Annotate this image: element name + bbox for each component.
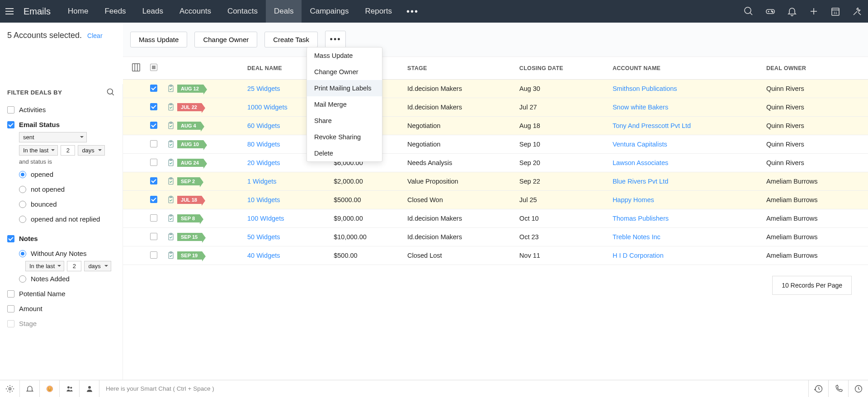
table-row[interactable]: SEP 1550 Widgets$10,000.00Id.decision Ma… (123, 228, 868, 246)
nav-item-reports[interactable]: Reports (357, 0, 400, 23)
radio-icon[interactable] (19, 171, 26, 178)
filter-stage[interactable]: Stage (7, 316, 115, 331)
account-link[interactable]: Thomas Publishers (613, 215, 669, 222)
row-checkbox[interactable] (150, 122, 157, 129)
account-link[interactable]: Treble Notes Inc (613, 233, 660, 241)
nav-overflow-icon[interactable]: ••• (400, 6, 425, 17)
deal-name-link[interactable]: 100 WIdgets (247, 215, 284, 222)
clock-arrow-icon[interactable] (808, 380, 828, 397)
row-checkbox[interactable] (150, 140, 157, 147)
col-closing-date[interactable]: CLOSING DATE (515, 57, 608, 80)
checkbox-icon[interactable] (7, 290, 14, 298)
row-checkbox[interactable] (150, 159, 157, 166)
tools-icon[interactable] (852, 6, 863, 17)
table-row[interactable]: SEP 1940 Widgets$500.00Closed LostNov 11… (123, 246, 868, 265)
emoji-icon[interactable] (40, 380, 60, 397)
filter-activities[interactable]: Activities (7, 102, 115, 117)
menu-item-change-owner[interactable]: Change Owner (307, 64, 382, 80)
records-per-page[interactable]: 10 Records Per Page (772, 276, 852, 295)
radio-opened[interactable]: opened (7, 167, 115, 182)
account-link[interactable]: Blue Rivers Pvt Ltd (613, 178, 668, 185)
nav-item-home[interactable]: Home (60, 0, 96, 23)
menu-item-print-mailing-labels[interactable]: Print Mailing Labels (307, 80, 382, 96)
row-checkbox[interactable] (150, 251, 157, 259)
unit-select[interactable]: days (78, 145, 105, 156)
sent-select[interactable]: sent (19, 132, 87, 142)
filter-search-icon[interactable] (106, 88, 115, 97)
phone-icon[interactable] (828, 380, 848, 397)
row-checkbox[interactable] (150, 196, 157, 203)
menu-item-revoke-sharing[interactable]: Revoke Sharing (307, 129, 382, 145)
notes-period-value[interactable]: 2 (67, 261, 81, 271)
radio-icon[interactable] (19, 250, 26, 257)
checkbox-icon[interactable] (7, 305, 14, 312)
menu-item-mail-merge[interactable]: Mail Merge (307, 96, 382, 113)
deal-name-link[interactable]: 1000 Widgets (247, 104, 288, 111)
checkbox-icon[interactable] (7, 235, 14, 242)
filter-email-status[interactable]: Email Status (7, 117, 115, 132)
account-link[interactable]: Smithson Publications (613, 85, 677, 92)
account-link[interactable]: H I D Corporation (613, 252, 664, 259)
period-select[interactable]: In the last (19, 145, 58, 156)
plus-icon[interactable] (808, 6, 819, 17)
mass-update-button[interactable]: Mass Update (130, 32, 187, 47)
menu-item-mass-update[interactable]: Mass Update (307, 47, 382, 64)
deal-name-link[interactable]: 40 Widgets (247, 252, 280, 259)
account-link[interactable]: Snow white Bakers (613, 104, 668, 111)
select-all-checkbox[interactable] (150, 64, 157, 71)
radio-icon[interactable] (19, 186, 26, 193)
gamepad-icon[interactable] (765, 6, 776, 17)
person-icon[interactable] (80, 380, 99, 397)
checkbox-icon[interactable] (7, 320, 14, 327)
deal-name-link[interactable]: 50 Widgets (247, 233, 280, 241)
deal-name-link[interactable]: 60 Widgets (247, 122, 280, 129)
nav-item-campaings[interactable]: Campaings (302, 0, 357, 23)
gear-icon[interactable] (0, 380, 20, 397)
table-row[interactable]: AUG 460 Widgets$8,000.00NegotiationAug 1… (123, 117, 868, 135)
row-checkbox[interactable] (150, 233, 157, 240)
bell-icon[interactable] (20, 380, 40, 397)
col-account-name[interactable]: ACCOUNT NAME (608, 57, 762, 80)
search-icon[interactable] (743, 6, 754, 17)
filter-potential-name[interactable]: Potential Name (7, 286, 115, 301)
checkbox-icon[interactable] (7, 106, 14, 113)
nav-item-feeds[interactable]: Feeds (96, 0, 134, 23)
calendar-icon[interactable]: 31 (830, 6, 841, 17)
group-icon[interactable] (60, 380, 80, 397)
table-row[interactable]: AUG 2420 Widgets$6,000.00Needs AnalysisS… (123, 154, 868, 172)
nav-item-contacts[interactable]: Contacts (219, 0, 266, 23)
nav-item-deals[interactable]: Deals (266, 0, 302, 23)
filter-amount[interactable]: Amount (7, 301, 115, 316)
clock-icon[interactable] (848, 380, 868, 397)
col-deal-owner[interactable]: DEAL OWNER (762, 57, 868, 80)
change-owner-button[interactable]: Change Owner (194, 32, 257, 47)
checkbox-icon[interactable] (7, 121, 14, 128)
deal-name-link[interactable]: 25 Widgets (247, 85, 280, 92)
radio-not-opened[interactable]: not opened (7, 182, 115, 197)
account-link[interactable]: Lawson Associates (613, 159, 668, 166)
menu-item-share[interactable]: Share (307, 113, 382, 129)
menu-item-delete[interactable]: Delete (307, 145, 382, 161)
row-checkbox[interactable] (150, 85, 157, 92)
column-settings-icon[interactable] (131, 62, 141, 72)
table-row[interactable]: JUL 221000 Widgets$4,000.00Id.decision M… (123, 98, 868, 117)
radio-notes-added[interactable]: Notes Added (7, 271, 115, 286)
notes-unit-select[interactable]: days (84, 261, 111, 271)
radio-icon[interactable] (19, 275, 26, 283)
row-checkbox[interactable] (150, 214, 157, 222)
deal-name-link[interactable]: 20 Widgets (247, 159, 280, 166)
radio-opened-and-not-replied[interactable]: opened and not replied (7, 212, 115, 227)
row-checkbox[interactable] (150, 103, 157, 110)
radio-bounced[interactable]: bounced (7, 197, 115, 212)
table-row[interactable]: SEP 21 Widgets$2,000.00Value Proposition… (123, 172, 868, 191)
deal-name-link[interactable]: 80 Widgets (247, 141, 280, 148)
smart-chat-input[interactable]: Here is your Smart Chat ( Ctrl + Space ) (99, 385, 808, 392)
account-link[interactable]: Ventura Capitalists (613, 141, 667, 148)
deal-name-link[interactable]: 10 Widgets (247, 196, 280, 203)
table-row[interactable]: SEP 8100 WIdgets$9,000.00Id.decision Mak… (123, 209, 868, 228)
nav-item-accounts[interactable]: Accounts (171, 0, 219, 23)
col-stage[interactable]: STAGE (403, 57, 515, 80)
period-value[interactable]: 2 (61, 145, 75, 156)
row-checkbox[interactable] (150, 177, 157, 184)
table-row[interactable]: JUL 1810 Widgets$5000.00Closed WonJul 25… (123, 191, 868, 209)
